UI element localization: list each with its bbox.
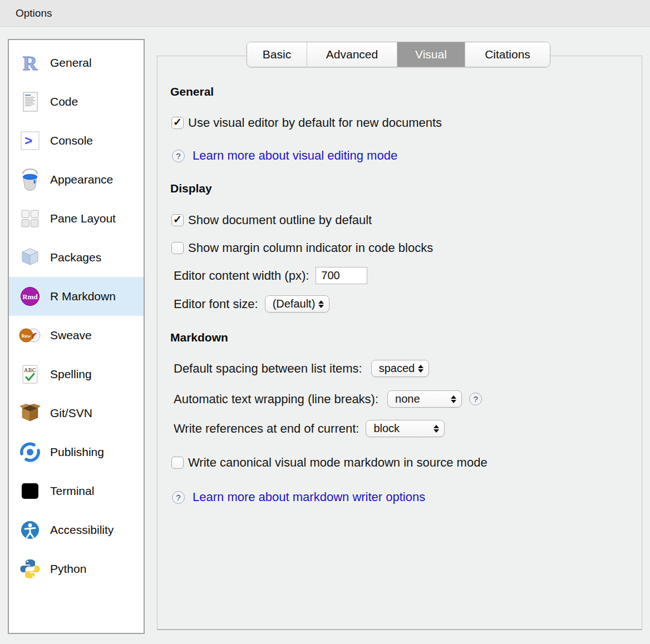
- tab-basic[interactable]: Basic: [247, 42, 307, 67]
- sidebar-item-label: Accessibility: [50, 523, 114, 537]
- stepper-arrows-icon: [434, 425, 439, 433]
- use-visual-editor-row: ✓ Use visual editor by default for new d…: [171, 116, 442, 130]
- sidebar-item-label: Terminal: [50, 484, 94, 498]
- spelling-icon: ABC: [18, 362, 42, 387]
- use-visual-editor-label: Use visual editor by default for new doc…: [188, 116, 442, 130]
- editor-width-input[interactable]: [316, 267, 367, 284]
- editor-font-size-select[interactable]: (Default): [265, 295, 330, 313]
- show-outline-checkbox[interactable]: ✓: [171, 214, 184, 226]
- help-icon[interactable]: ?: [172, 491, 185, 504]
- learn-visual-editing-link[interactable]: Learn more about visual editing mode: [193, 148, 397, 163]
- canonical-markdown-label: Write canonical visual mode markdown in …: [188, 455, 487, 470]
- console-icon: >: [18, 128, 42, 153]
- sidebar-item-label: Pane Layout: [50, 212, 116, 225]
- svg-text:>: >: [24, 134, 32, 149]
- options-sidebar: R General Code > Console Appearance Pane…: [8, 39, 145, 634]
- options-dialog: { "window": { "title": "Options" }, "ico…: [0, 0, 650, 644]
- svg-text:Rmd: Rmd: [22, 293, 38, 301]
- sidebar-item-r-markdown[interactable]: Rmd R Markdown: [9, 277, 144, 316]
- canonical-markdown-checkbox[interactable]: [171, 457, 184, 469]
- svg-text:R: R: [23, 52, 38, 74]
- learn-markdown-writer-link[interactable]: Learn more about markdown writer options: [193, 490, 425, 504]
- sidebar-item-code[interactable]: Code: [9, 82, 144, 121]
- editor-width-label: Editor content width (px):: [174, 269, 309, 283]
- checkmark-icon: ✓: [173, 213, 182, 226]
- sidebar-item-label: Spelling: [50, 368, 92, 381]
- editor-font-size-row: Editor font size: (Default): [174, 295, 329, 313]
- tab-visual[interactable]: Visual: [397, 42, 465, 67]
- editor-font-size-value: (Default): [273, 298, 316, 310]
- visual-editing-help-row: ? Learn more about visual editing mode: [172, 148, 397, 163]
- editor-font-size-label: Editor font size:: [174, 297, 258, 311]
- svg-text:Rnw: Rnw: [21, 333, 31, 339]
- sidebar-item-terminal[interactable]: Terminal: [9, 472, 144, 511]
- sidebar-item-label: Sweave: [50, 329, 92, 342]
- r-logo-icon: R: [18, 51, 42, 75]
- sidebar-item-accessibility[interactable]: Accessibility: [9, 511, 144, 549]
- show-margin-checkbox[interactable]: [171, 242, 184, 254]
- show-margin-label: Show margin column indicator in code blo…: [188, 241, 433, 255]
- packages-icon: [18, 245, 42, 270]
- sidebar-item-sweave[interactable]: Rnw Sweave: [9, 316, 144, 355]
- canonical-markdown-row: Write canonical visual mode markdown in …: [171, 455, 487, 470]
- show-outline-row: ✓ Show document outline by default: [171, 213, 372, 227]
- stepper-arrows-icon: [451, 395, 456, 403]
- code-icon: [18, 90, 42, 114]
- markdown-writer-help-row: ? Learn more about markdown writer optio…: [172, 490, 425, 504]
- python-icon: [18, 557, 42, 581]
- sidebar-item-label: Git/SVN: [50, 407, 92, 420]
- sidebar-item-label: Publishing: [50, 445, 104, 459]
- terminal-icon: [18, 479, 42, 503]
- list-spacing-value: spaced: [379, 362, 415, 375]
- section-title-general: General: [170, 85, 214, 98]
- window-titlebar: Options: [0, 0, 650, 27]
- svg-text:ABC: ABC: [24, 367, 36, 373]
- sweave-icon: Rnw: [18, 323, 42, 348]
- stepper-arrows-icon: [318, 300, 324, 308]
- help-icon[interactable]: ?: [172, 150, 185, 162]
- stepper-arrows-icon: [418, 365, 424, 373]
- use-visual-editor-checkbox[interactable]: ✓: [171, 117, 184, 129]
- sidebar-item-appearance[interactable]: Appearance: [9, 160, 144, 199]
- checkmark-icon: ✓: [173, 116, 182, 128]
- sidebar-item-label: Python: [50, 562, 86, 576]
- gitsvn-icon: [18, 401, 42, 425]
- sidebar-item-publishing[interactable]: Publishing: [9, 433, 144, 472]
- sidebar-item-console[interactable]: > Console: [9, 121, 144, 160]
- sidebar-item-general[interactable]: R General: [9, 43, 144, 82]
- references-select[interactable]: block: [366, 420, 445, 437]
- list-spacing-row: Default spacing between list items: spac…: [174, 360, 429, 377]
- editor-width-row: Editor content width (px):: [174, 267, 367, 284]
- rmarkdown-icon: Rmd: [18, 284, 42, 309]
- tab-advanced[interactable]: Advanced: [307, 42, 397, 67]
- window-title: Options: [16, 7, 52, 19]
- section-title-markdown: Markdown: [170, 331, 228, 344]
- accessibility-icon: [18, 518, 42, 542]
- text-wrapping-value: none: [395, 393, 420, 405]
- sidebar-item-pane-layout[interactable]: Pane Layout: [9, 199, 144, 238]
- sidebar-item-git-svn[interactable]: Git/SVN: [9, 394, 144, 433]
- show-margin-row: Show margin column indicator in code blo…: [171, 241, 433, 255]
- sidebar-item-label: Console: [50, 134, 93, 147]
- text-wrapping-label: Automatic text wrapping (line breaks):: [174, 392, 378, 407]
- sidebar-item-label: Packages: [50, 251, 101, 264]
- appearance-icon: [18, 167, 42, 192]
- sidebar-item-label: Code: [50, 95, 78, 108]
- references-value: block: [373, 422, 400, 435]
- content-panel: [157, 56, 642, 630]
- list-spacing-select[interactable]: spaced: [371, 360, 430, 377]
- sidebar-item-label: General: [50, 56, 92, 70]
- help-icon[interactable]: ?: [469, 393, 482, 405]
- show-outline-label: Show document outline by default: [188, 213, 372, 227]
- sidebar-item-packages[interactable]: Packages: [9, 238, 144, 277]
- tab-bar: Basic Advanced Visual Citations: [247, 42, 550, 67]
- text-wrapping-select[interactable]: none: [387, 390, 462, 408]
- sidebar-item-label: R Markdown: [50, 290, 116, 303]
- references-label: Write references at end of current:: [174, 422, 359, 436]
- references-row: Write references at end of current: bloc…: [174, 420, 445, 437]
- tab-citations[interactable]: Citations: [465, 42, 550, 67]
- section-title-display: Display: [170, 182, 212, 195]
- sidebar-item-python[interactable]: Python: [9, 549, 144, 588]
- list-spacing-label: Default spacing between list items:: [174, 361, 362, 376]
- sidebar-item-spelling[interactable]: ABC Spelling: [9, 355, 144, 394]
